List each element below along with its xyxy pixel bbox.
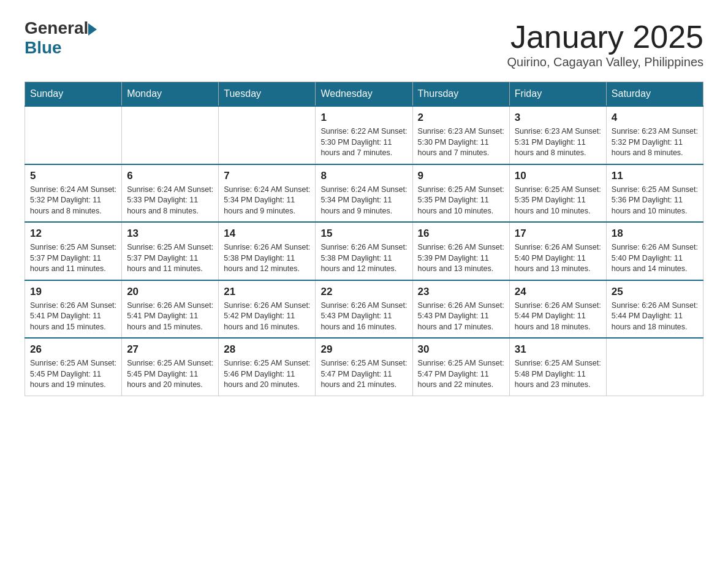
calendar-week-2: 5Sunrise: 6:24 AM Sunset: 5:32 PM Daylig…: [25, 164, 703, 223]
day-number: 3: [515, 112, 601, 124]
calendar-cell: 6Sunrise: 6:24 AM Sunset: 5:33 PM Daylig…: [122, 164, 219, 223]
day-info: Sunrise: 6:25 AM Sunset: 5:37 PM Dayligh…: [30, 242, 116, 275]
page-header: General Blue January 2025 Quirino, Cagay…: [25, 18, 703, 69]
day-number: 14: [224, 228, 310, 240]
calendar-cell: 25Sunrise: 6:26 AM Sunset: 5:44 PM Dayli…: [606, 280, 703, 339]
calendar-subtitle: Quirino, Cagayan Valley, Philippines: [507, 55, 703, 69]
day-number: 6: [127, 170, 213, 182]
calendar-cell: 19Sunrise: 6:26 AM Sunset: 5:41 PM Dayli…: [25, 280, 122, 339]
day-number: 18: [612, 228, 698, 240]
calendar-cell: 15Sunrise: 6:26 AM Sunset: 5:38 PM Dayli…: [316, 222, 412, 280]
day-info: Sunrise: 6:24 AM Sunset: 5:34 PM Dayligh…: [224, 185, 310, 217]
calendar-cell: 11Sunrise: 6:25 AM Sunset: 5:36 PM Dayli…: [606, 164, 703, 223]
day-info: Sunrise: 6:26 AM Sunset: 5:38 PM Dayligh…: [320, 242, 407, 275]
day-info: Sunrise: 6:23 AM Sunset: 5:30 PM Dayligh…: [418, 126, 504, 159]
calendar-header: SundayMondayTuesdayWednesdayThursdayFrid…: [25, 82, 703, 107]
calendar-cell: 26Sunrise: 6:25 AM Sunset: 5:45 PM Dayli…: [25, 338, 122, 396]
calendar-cell: 18Sunrise: 6:26 AM Sunset: 5:40 PM Dayli…: [606, 222, 703, 280]
day-number: 19: [30, 286, 116, 298]
logo-blue-text: Blue: [25, 38, 97, 58]
calendar-cell: 3Sunrise: 6:23 AM Sunset: 5:31 PM Daylig…: [509, 106, 606, 164]
calendar-cell: 9Sunrise: 6:25 AM Sunset: 5:35 PM Daylig…: [412, 164, 509, 223]
header-day-friday: Friday: [509, 82, 606, 107]
title-block: January 2025 Quirino, Cagayan Valley, Ph…: [507, 18, 703, 69]
calendar-body: 1Sunrise: 6:22 AM Sunset: 5:30 PM Daylig…: [25, 106, 703, 396]
day-number: 29: [320, 343, 407, 356]
logo: General Blue: [25, 18, 97, 58]
day-info: Sunrise: 6:23 AM Sunset: 5:31 PM Dayligh…: [515, 126, 601, 159]
calendar-cell: 13Sunrise: 6:25 AM Sunset: 5:37 PM Dayli…: [122, 222, 219, 280]
day-info: Sunrise: 6:25 AM Sunset: 5:47 PM Dayligh…: [418, 358, 504, 391]
calendar-table: SundayMondayTuesdayWednesdayThursdayFrid…: [25, 82, 703, 396]
calendar-week-1: 1Sunrise: 6:22 AM Sunset: 5:30 PM Daylig…: [25, 106, 703, 164]
day-info: Sunrise: 6:26 AM Sunset: 5:40 PM Dayligh…: [612, 242, 698, 275]
day-number: 5: [30, 170, 116, 182]
logo-general-text: General: [25, 18, 88, 38]
day-info: Sunrise: 6:25 AM Sunset: 5:45 PM Dayligh…: [30, 358, 116, 391]
day-info: Sunrise: 6:26 AM Sunset: 5:44 PM Dayligh…: [515, 301, 601, 333]
day-info: Sunrise: 6:25 AM Sunset: 5:37 PM Dayligh…: [127, 242, 213, 275]
calendar-cell: 16Sunrise: 6:26 AM Sunset: 5:39 PM Dayli…: [412, 222, 509, 280]
day-info: Sunrise: 6:25 AM Sunset: 5:46 PM Dayligh…: [224, 358, 310, 391]
calendar-cell: 23Sunrise: 6:26 AM Sunset: 5:43 PM Dayli…: [412, 280, 509, 339]
calendar-cell: 24Sunrise: 6:26 AM Sunset: 5:44 PM Dayli…: [509, 280, 606, 339]
day-number: 17: [515, 228, 601, 240]
calendar-cell: 29Sunrise: 6:25 AM Sunset: 5:47 PM Dayli…: [316, 338, 412, 396]
calendar-cell: [25, 106, 122, 164]
header-day-sunday: Sunday: [25, 82, 122, 107]
calendar-cell: 21Sunrise: 6:26 AM Sunset: 5:42 PM Dayli…: [219, 280, 316, 339]
calendar-cell: 22Sunrise: 6:26 AM Sunset: 5:43 PM Dayli…: [316, 280, 412, 339]
calendar-cell: [606, 338, 703, 396]
day-info: Sunrise: 6:26 AM Sunset: 5:43 PM Dayligh…: [418, 301, 504, 333]
calendar-cell: 1Sunrise: 6:22 AM Sunset: 5:30 PM Daylig…: [316, 106, 412, 164]
calendar-cell: 31Sunrise: 6:25 AM Sunset: 5:48 PM Dayli…: [509, 338, 606, 396]
calendar-cell: 5Sunrise: 6:24 AM Sunset: 5:32 PM Daylig…: [25, 164, 122, 223]
day-number: 16: [418, 228, 504, 240]
day-number: 22: [320, 286, 407, 298]
calendar-cell: 12Sunrise: 6:25 AM Sunset: 5:37 PM Dayli…: [25, 222, 122, 280]
day-info: Sunrise: 6:26 AM Sunset: 5:41 PM Dayligh…: [30, 301, 116, 333]
day-number: 1: [320, 112, 407, 124]
day-number: 20: [127, 286, 213, 298]
day-info: Sunrise: 6:25 AM Sunset: 5:48 PM Dayligh…: [515, 358, 601, 391]
header-day-tuesday: Tuesday: [219, 82, 316, 107]
day-number: 21: [224, 286, 310, 298]
day-number: 15: [320, 228, 407, 240]
calendar-cell: [219, 106, 316, 164]
day-info: Sunrise: 6:26 AM Sunset: 5:42 PM Dayligh…: [224, 301, 310, 333]
logo-arrow-icon: [88, 23, 97, 36]
calendar-cell: 2Sunrise: 6:23 AM Sunset: 5:30 PM Daylig…: [412, 106, 509, 164]
day-number: 28: [224, 343, 310, 356]
day-info: Sunrise: 6:26 AM Sunset: 5:38 PM Dayligh…: [224, 242, 310, 275]
day-number: 7: [224, 170, 310, 182]
day-info: Sunrise: 6:25 AM Sunset: 5:35 PM Dayligh…: [418, 185, 504, 217]
calendar-week-3: 12Sunrise: 6:25 AM Sunset: 5:37 PM Dayli…: [25, 222, 703, 280]
day-info: Sunrise: 6:25 AM Sunset: 5:36 PM Dayligh…: [612, 185, 698, 217]
day-number: 25: [612, 286, 698, 298]
day-number: 8: [320, 170, 407, 182]
day-number: 27: [127, 343, 213, 356]
day-number: 24: [515, 286, 601, 298]
calendar-cell: [122, 106, 219, 164]
day-info: Sunrise: 6:25 AM Sunset: 5:35 PM Dayligh…: [515, 185, 601, 217]
calendar-cell: 4Sunrise: 6:23 AM Sunset: 5:32 PM Daylig…: [606, 106, 703, 164]
calendar-title: January 2025: [507, 18, 703, 55]
calendar-cell: 14Sunrise: 6:26 AM Sunset: 5:38 PM Dayli…: [219, 222, 316, 280]
day-info: Sunrise: 6:24 AM Sunset: 5:32 PM Dayligh…: [30, 185, 116, 217]
day-info: Sunrise: 6:26 AM Sunset: 5:41 PM Dayligh…: [127, 301, 213, 333]
calendar-cell: 7Sunrise: 6:24 AM Sunset: 5:34 PM Daylig…: [219, 164, 316, 223]
day-info: Sunrise: 6:24 AM Sunset: 5:34 PM Dayligh…: [320, 185, 407, 217]
calendar-cell: 8Sunrise: 6:24 AM Sunset: 5:34 PM Daylig…: [316, 164, 412, 223]
day-info: Sunrise: 6:26 AM Sunset: 5:43 PM Dayligh…: [320, 301, 407, 333]
header-day-thursday: Thursday: [412, 82, 509, 107]
day-number: 2: [418, 112, 504, 124]
calendar-cell: 28Sunrise: 6:25 AM Sunset: 5:46 PM Dayli…: [219, 338, 316, 396]
day-number: 30: [418, 343, 504, 356]
day-number: 26: [30, 343, 116, 356]
day-number: 11: [612, 170, 698, 182]
day-info: Sunrise: 6:23 AM Sunset: 5:32 PM Dayligh…: [612, 126, 698, 159]
day-number: 10: [515, 170, 601, 182]
calendar-cell: 20Sunrise: 6:26 AM Sunset: 5:41 PM Dayli…: [122, 280, 219, 339]
day-number: 9: [418, 170, 504, 182]
calendar-cell: 30Sunrise: 6:25 AM Sunset: 5:47 PM Dayli…: [412, 338, 509, 396]
